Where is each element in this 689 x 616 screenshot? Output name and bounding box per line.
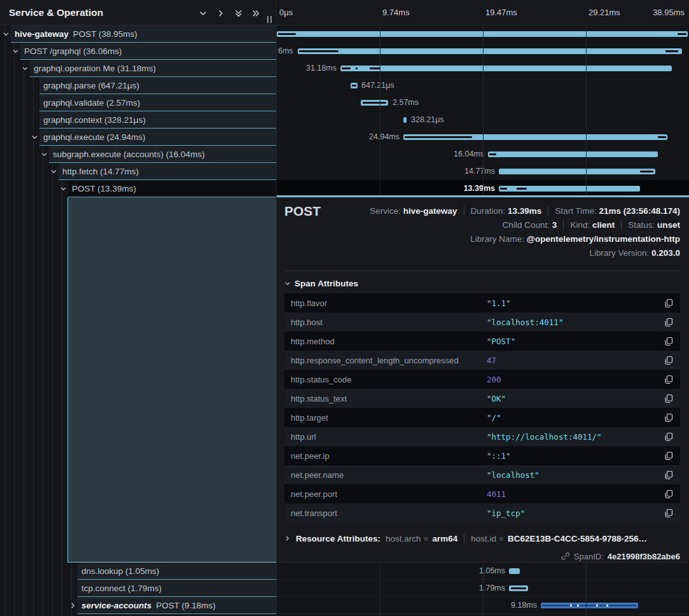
- tree-row-service-accounts-post[interactable]: service-accountsPOST (9.18ms): [78, 597, 276, 614]
- tree-row-post-selected[interactable]: POST (13.39ms): [68, 180, 276, 197]
- copy-icon[interactable]: [657, 489, 680, 499]
- operation-name: tcp.connect (1.79ms): [81, 584, 162, 593]
- duration-label: 16.04ms: [433, 146, 484, 163]
- attribute-row: http.url "http://localhost:4011/": [284, 427, 680, 446]
- span-bar[interactable]: [403, 117, 407, 123]
- chevron-right-icon[interactable]: [68, 601, 77, 610]
- operation-name: graphql.execute (24.94ms): [43, 132, 146, 142]
- tree-row-hive-gateway-post[interactable]: hive-gatewayPOST (38.95ms): [11, 25, 276, 43]
- operation-name: subgraph.execute (accounts) (16.04ms): [53, 150, 205, 159]
- collapse-one-icon[interactable]: [198, 8, 208, 18]
- service-name: hive-gateway: [15, 29, 69, 39]
- span-bar[interactable]: [298, 48, 682, 54]
- attribute-key: net.peer.ip: [284, 451, 487, 461]
- chevron-down-icon[interactable]: [59, 184, 67, 193]
- span-bar[interactable]: [499, 186, 640, 192]
- tree-row-subgraph-execute[interactable]: subgraph.execute (accounts) (16.04ms): [49, 146, 276, 163]
- resource-attributes-title: Resource Attributes:: [296, 534, 380, 543]
- timeline-column: 0μs 9.74ms 19.47ms 29.21ms 38.95ms 6ms 3…: [276, 0, 689, 616]
- duration-label: 31.18ms: [286, 60, 337, 77]
- attribute-row: http.target "/": [284, 408, 680, 427]
- trace-viewer: Service & Operation hive-gatewayPOST (38…: [0, 0, 689, 616]
- timeline-ruler: 0μs 9.74ms 19.47ms 29.21ms 38.95ms: [277, 0, 689, 25]
- attribute-key: net.peer.name: [284, 470, 487, 480]
- copy-icon[interactable]: [657, 318, 680, 327]
- chevron-down-icon[interactable]: [11, 46, 20, 55]
- span-bar[interactable]: [499, 169, 655, 174]
- copy-icon[interactable]: [657, 375, 680, 384]
- copy-icon[interactable]: [657, 432, 680, 442]
- tree-row-http-fetch[interactable]: http.fetch (14.77ms): [59, 163, 276, 180]
- tree-row-post-graphql[interactable]: POST /graphql (36.06ms): [20, 43, 276, 60]
- resource-attributes-row[interactable]: Resource Attributes: host.arch = arm64 h…: [284, 531, 647, 546]
- duration-label: 1.05ms: [454, 563, 505, 580]
- detail-divider: [284, 270, 680, 271]
- attribute-key: http.flavor: [284, 298, 487, 308]
- span-bar[interactable]: [541, 603, 638, 608]
- copy-icon[interactable]: [657, 451, 680, 461]
- attribute-key: http.url: [284, 432, 487, 442]
- link-icon: [561, 552, 570, 561]
- kind-value: client: [592, 220, 615, 230]
- duration-label: 6ms: [278, 43, 293, 60]
- chevron-down-icon[interactable]: [20, 64, 29, 73]
- operation-name: graphql.validate (2.57ms): [43, 98, 140, 108]
- copy-icon[interactable]: [657, 413, 680, 423]
- chevron-right-icon[interactable]: [284, 535, 291, 542]
- span-bar[interactable]: [509, 585, 528, 591]
- span-bar[interactable]: [509, 568, 520, 574]
- operation-name: POST (9.18ms): [156, 601, 216, 610]
- resource-key: host.id: [471, 534, 496, 543]
- tree-row-dns-lookup[interactable]: dns.lookup (1.05ms): [78, 563, 276, 580]
- duration-label: 13.39ms: [444, 180, 495, 197]
- copy-icon[interactable]: [657, 470, 680, 480]
- tree-row-graphql-operation[interactable]: graphql.operation Me (31.18ms): [30, 60, 276, 77]
- chevron-down-icon[interactable]: [1, 29, 10, 38]
- span-id-value: 4e21998f3b82abe6: [608, 552, 680, 561]
- span-bar[interactable]: [351, 83, 358, 88]
- tree-row-tcp-connect[interactable]: tcp.connect (1.79ms): [78, 580, 276, 597]
- attribute-key: http.response_content_length_uncompresse…: [284, 356, 487, 365]
- span-id-label: SpanID:: [574, 552, 604, 561]
- span-bar[interactable]: [361, 100, 388, 106]
- attribute-key: net.peer.port: [284, 489, 487, 499]
- attribute-row: net.transport "ip_tcp": [284, 503, 680, 522]
- tree-row-graphql-execute[interactable]: graphql.execute (24.94ms): [39, 129, 276, 146]
- chevron-down-icon[interactable]: [39, 150, 48, 158]
- attribute-row: http.method "POST": [284, 332, 680, 351]
- copy-icon[interactable]: [657, 394, 680, 403]
- expand-all-icon[interactable]: [251, 8, 261, 18]
- copy-icon[interactable]: [657, 337, 680, 346]
- span-attributes-header[interactable]: Span Attributes: [284, 279, 358, 288]
- column-resize-handle[interactable]: [267, 16, 272, 23]
- start-time-value: 21ms (23:56:48.174): [599, 206, 680, 216]
- copy-icon[interactable]: [657, 298, 680, 308]
- duration-label: 647.21μs: [361, 77, 394, 94]
- operation-name: graphql.context (328.21μs): [43, 115, 146, 125]
- expand-one-icon[interactable]: [216, 8, 226, 18]
- attribute-row: net.peer.port 4011: [284, 484, 680, 503]
- span-bar[interactable]: [488, 151, 658, 157]
- copy-icon[interactable]: [657, 508, 680, 518]
- ruler-tick-3: 29.21ms: [588, 0, 620, 25]
- span-bar[interactable]: [340, 66, 672, 71]
- attribute-value: "1.1": [487, 298, 657, 308]
- span-attributes-table: http.flavor "1.1" http.host "localhost:4…: [284, 293, 680, 522]
- duration-label: 2.57ms: [393, 94, 419, 111]
- copy-icon[interactable]: [657, 356, 680, 365]
- attribute-row: http.status_code 200: [284, 370, 680, 389]
- operation-name: POST (38.95ms): [73, 29, 137, 39]
- attribute-row: http.host "localhost:4011": [284, 312, 680, 332]
- collapse-all-icon[interactable]: [233, 8, 244, 18]
- chevron-down-icon[interactable]: [49, 167, 58, 176]
- span-bar[interactable]: [277, 31, 688, 37]
- span-bar[interactable]: [403, 134, 667, 140]
- chevron-down-icon[interactable]: [30, 132, 39, 141]
- ruler-tick-4: 38.95ms: [653, 0, 685, 25]
- tree-row-graphql-context[interactable]: graphql.context (328.21μs): [39, 111, 276, 129]
- duration-label: 1.79ms: [454, 580, 505, 597]
- tree-row-graphql-validate[interactable]: graphql.validate (2.57ms): [39, 94, 276, 111]
- attribute-row: http.flavor "1.1": [284, 293, 680, 312]
- span-tree-column: Service & Operation hive-gatewayPOST (38…: [0, 0, 276, 616]
- tree-row-graphql-parse[interactable]: graphql.parse (647.21μs): [39, 77, 276, 94]
